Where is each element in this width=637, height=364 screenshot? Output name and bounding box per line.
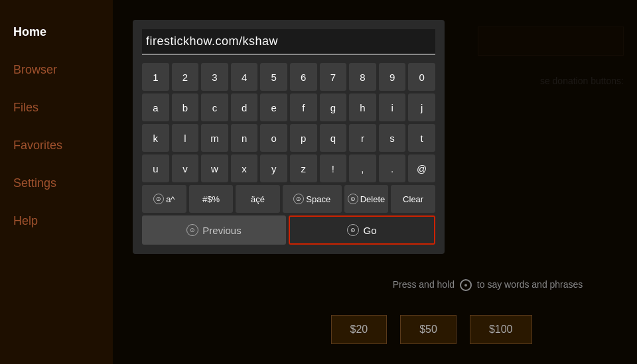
key-z[interactable]: z bbox=[290, 154, 317, 182]
key-c[interactable]: c bbox=[201, 93, 228, 121]
donation-btn-50[interactable]: $50 bbox=[400, 315, 457, 344]
url-input-area[interactable]: firestickhow.com/kshaw bbox=[142, 29, 435, 55]
key-w[interactable]: w bbox=[201, 154, 228, 182]
sidebar-item-settings[interactable]: Settings bbox=[0, 164, 113, 202]
key-f[interactable]: f bbox=[290, 93, 317, 121]
key-y[interactable]: y bbox=[260, 154, 287, 182]
sidebar: Home Browser Files Favorites Settings He… bbox=[0, 0, 113, 364]
key-n[interactable]: n bbox=[231, 124, 258, 152]
key-l[interactable]: l bbox=[172, 124, 199, 152]
key-e[interactable]: e bbox=[260, 93, 287, 121]
key-t[interactable]: t bbox=[408, 124, 435, 152]
numbers-row: 1 2 3 4 5 6 7 8 9 0 bbox=[142, 63, 435, 91]
press-hold-hint: Press and hold ● to say words and phrase… bbox=[226, 279, 637, 291]
key-8[interactable]: 8 bbox=[349, 63, 376, 91]
row-kt: k l m n o p q r s t bbox=[142, 124, 435, 152]
key-p[interactable]: p bbox=[290, 124, 317, 152]
donation-area: $20 $50 $100 bbox=[226, 315, 637, 344]
previous-button[interactable]: ⊙ Previous bbox=[142, 215, 286, 245]
mic-icon: ● bbox=[460, 279, 472, 291]
key-d[interactable]: d bbox=[231, 93, 258, 121]
key-x[interactable]: x bbox=[231, 154, 258, 182]
go-icon: ⊙ bbox=[347, 224, 359, 236]
key-a[interactable]: a bbox=[142, 93, 169, 121]
key-2[interactable]: 2 bbox=[172, 63, 199, 91]
key-exclaim[interactable]: ! bbox=[320, 154, 347, 182]
key-m[interactable]: m bbox=[201, 124, 228, 152]
special-row: ⊙ a^ #$% äçé ⊙ Space ⊙ Delete bbox=[142, 185, 435, 213]
key-1[interactable]: 1 bbox=[142, 63, 169, 91]
key-comma[interactable]: , bbox=[349, 154, 376, 182]
keyboard-dialog: firestickhow.com/kshaw 1 2 3 4 5 6 7 8 9… bbox=[133, 20, 445, 254]
key-q[interactable]: q bbox=[320, 124, 347, 152]
donation-btn-100[interactable]: $100 bbox=[470, 315, 532, 344]
sidebar-item-home[interactable]: Home bbox=[0, 13, 113, 51]
key-accents[interactable]: äçé bbox=[236, 185, 280, 213]
sidebar-item-browser[interactable]: Browser bbox=[0, 51, 113, 89]
key-s[interactable]: s bbox=[379, 124, 406, 152]
key-6[interactable]: 6 bbox=[290, 63, 317, 91]
key-r[interactable]: r bbox=[349, 124, 376, 152]
keyboard: 1 2 3 4 5 6 7 8 9 0 a b c d e f g h bbox=[142, 63, 435, 213]
key-period[interactable]: . bbox=[379, 154, 406, 182]
key-b[interactable]: b bbox=[172, 93, 199, 121]
key-7[interactable]: 7 bbox=[320, 63, 347, 91]
go-button[interactable]: ⊙ Go bbox=[289, 215, 435, 245]
key-k[interactable]: k bbox=[142, 124, 169, 152]
row-aj: a b c d e f g h i j bbox=[142, 93, 435, 121]
sidebar-item-help[interactable]: Help bbox=[0, 202, 113, 240]
key-3[interactable]: 3 bbox=[201, 63, 228, 91]
key-g[interactable]: g bbox=[320, 93, 347, 121]
key-0[interactable]: 0 bbox=[408, 63, 435, 91]
key-i[interactable]: i bbox=[379, 93, 406, 121]
key-symbols[interactable]: #$% bbox=[189, 185, 234, 213]
key-4[interactable]: 4 bbox=[231, 63, 258, 91]
key-o[interactable]: o bbox=[260, 124, 287, 152]
previous-icon: ⊙ bbox=[186, 224, 198, 236]
bottom-row: ⊙ Previous ⊙ Go bbox=[142, 215, 435, 245]
key-clear[interactable]: Clear bbox=[391, 185, 435, 213]
key-5[interactable]: 5 bbox=[260, 63, 287, 91]
key-ahat[interactable]: ⊙ a^ bbox=[142, 185, 186, 213]
key-delete[interactable]: ⊙ Delete bbox=[344, 185, 389, 213]
main-area: se donation buttons: firestickhow.com/ks… bbox=[113, 0, 637, 364]
key-at[interactable]: @ bbox=[408, 154, 435, 182]
key-j[interactable]: j bbox=[408, 93, 435, 121]
key-h[interactable]: h bbox=[349, 93, 376, 121]
sidebar-item-files[interactable]: Files bbox=[0, 89, 113, 127]
sidebar-item-favorites[interactable]: Favorites bbox=[0, 127, 113, 164]
key-space[interactable]: ⊙ Space bbox=[283, 185, 342, 213]
donation-btn-20[interactable]: $20 bbox=[331, 315, 388, 344]
key-9[interactable]: 9 bbox=[379, 63, 406, 91]
url-text: firestickhow.com/kshaw bbox=[146, 34, 278, 48]
key-v[interactable]: v bbox=[172, 154, 199, 182]
key-u[interactable]: u bbox=[142, 154, 169, 182]
row-uAt: u v w x y z ! , . @ bbox=[142, 154, 435, 182]
